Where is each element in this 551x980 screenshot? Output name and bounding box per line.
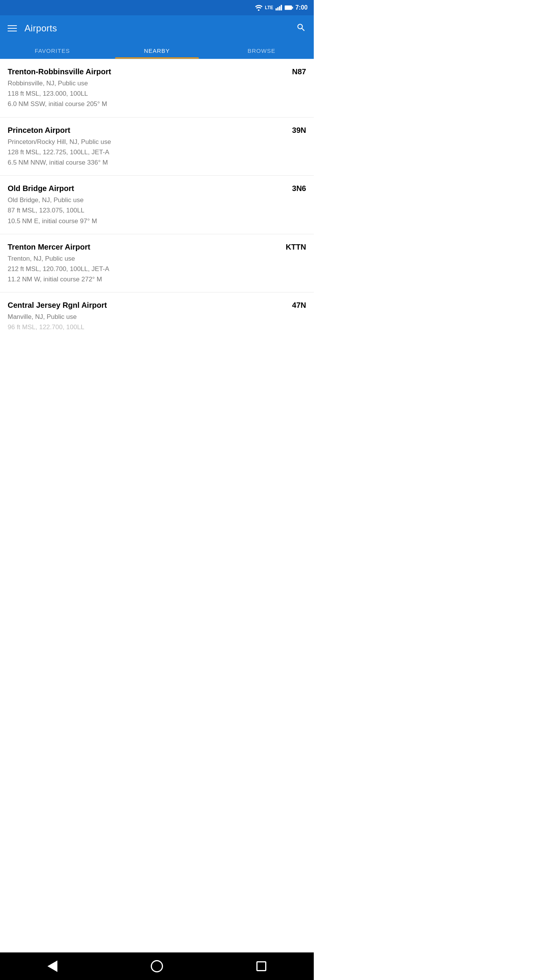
airport-item[interactable]: Princeton Airport Princeton/Rocky Hill, … [0, 118, 314, 176]
airport-elevation: 87 ft MSL, 123.075, 100LL [8, 205, 286, 216]
airport-location: Robbinsville, NJ, Public use [8, 78, 286, 88]
airport-code: 47N [292, 300, 306, 310]
lte-indicator: LTE [265, 5, 273, 10]
airport-info: Trenton-Robbinsville Airport Robbinsvill… [8, 67, 292, 109]
airport-code: N87 [292, 67, 306, 76]
airport-elevation: 118 ft MSL, 123.000, 100LL [8, 88, 286, 99]
airport-distance: 10.5 NM E, initial course 97° M [8, 216, 286, 226]
airport-name: Princeton Airport [8, 125, 286, 135]
airport-name: Central Jersey Rgnl Airport [8, 300, 286, 310]
tabs-bar: FAVORITES NEARBY BROWSE [0, 41, 314, 59]
airport-info: Trenton Mercer Airport Trenton, NJ, Publ… [8, 242, 286, 285]
svg-rect-3 [279, 6, 280, 10]
status-time: 7:00 [295, 4, 308, 11]
status-bar: LTE 7:00 [0, 0, 314, 15]
app-bar: Airports [0, 15, 314, 41]
tab-browse[interactable]: BROWSE [209, 41, 314, 59]
airport-code: 3N6 [292, 183, 306, 193]
airport-info: Old Bridge Airport Old Bridge, NJ, Publi… [8, 183, 292, 226]
svg-rect-1 [276, 8, 277, 10]
airport-distance: 6.5 NM NNW, initial course 336° M [8, 157, 286, 168]
airport-name: Trenton-Robbinsville Airport [8, 67, 286, 77]
svg-rect-5 [285, 6, 292, 10]
signal-icon [276, 5, 282, 11]
airport-info: Central Jersey Rgnl Airport Manville, NJ… [8, 300, 292, 331]
airport-elevation: 212 ft MSL, 120.700, 100LL, JET-A [8, 264, 280, 274]
search-button[interactable] [296, 23, 306, 34]
airport-location: Trenton, NJ, Public use [8, 253, 280, 264]
wifi-icon [255, 5, 262, 11]
tab-favorites[interactable]: FAVORITES [0, 41, 104, 59]
airport-info: Princeton Airport Princeton/Rocky Hill, … [8, 125, 292, 168]
airport-item[interactable]: Trenton-Robbinsville Airport Robbinsvill… [0, 59, 314, 118]
airport-location: Old Bridge, NJ, Public use [8, 195, 286, 205]
search-icon [296, 23, 306, 33]
airport-code: 39N [292, 125, 306, 135]
svg-point-0 [258, 10, 259, 11]
airport-item[interactable]: Trenton Mercer Airport Trenton, NJ, Publ… [0, 234, 314, 293]
airport-name: Trenton Mercer Airport [8, 242, 280, 252]
tab-nearby[interactable]: NEARBY [104, 41, 209, 59]
airport-distance: 11.2 NM W, initial course 272° M [8, 274, 280, 284]
menu-button[interactable] [8, 25, 17, 31]
airport-distance: 6.0 NM SSW, initial course 205° M [8, 99, 286, 109]
airport-elevation: 96 ft MSL, 122.700, 100LL [8, 322, 286, 331]
airport-location: Manville, NJ, Public use [8, 312, 286, 322]
status-icons: LTE 7:00 [255, 4, 308, 11]
airport-elevation: 128 ft MSL, 122.725, 100LL, JET-A [8, 147, 286, 157]
svg-rect-2 [277, 7, 279, 10]
airport-name: Old Bridge Airport [8, 183, 286, 193]
svg-rect-6 [292, 7, 293, 8]
battery-icon [285, 5, 293, 10]
app-title: Airports [24, 23, 57, 34]
airport-list: Trenton-Robbinsville Airport Robbinsvill… [0, 59, 314, 331]
airport-item[interactable]: Central Jersey Rgnl Airport Manville, NJ… [0, 292, 314, 331]
airport-location: Princeton/Rocky Hill, NJ, Public use [8, 137, 286, 147]
app-bar-left: Airports [8, 23, 57, 34]
airport-item[interactable]: Old Bridge Airport Old Bridge, NJ, Publi… [0, 176, 314, 234]
airport-code: KTTN [286, 242, 306, 252]
svg-rect-4 [280, 5, 282, 10]
